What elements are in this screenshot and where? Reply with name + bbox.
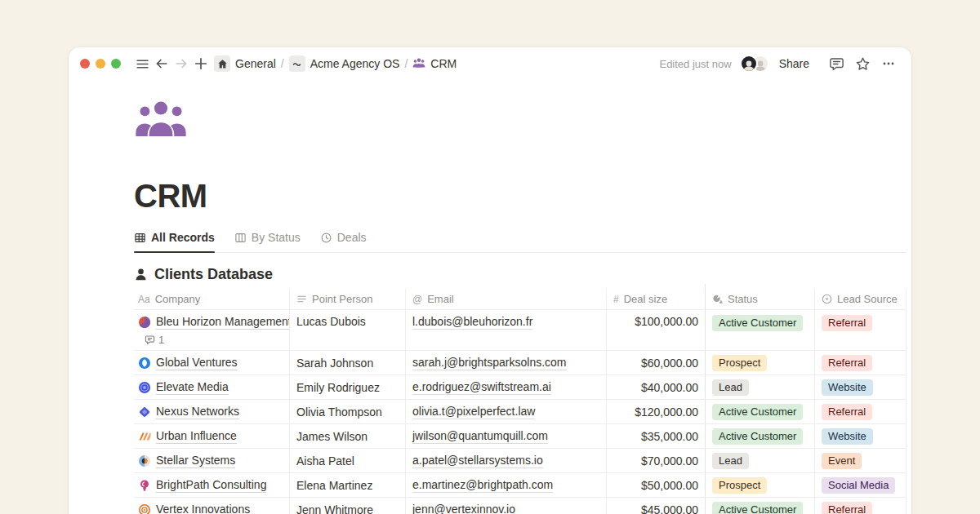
deal-size-cell[interactable]: $120,000.00: [607, 400, 705, 423]
home-icon[interactable]: [214, 55, 230, 72]
status-badge[interactable]: Lead: [712, 453, 749, 469]
tab-deals[interactable]: Deals: [320, 231, 367, 244]
email-value[interactable]: jenn@vertexinnov.io: [412, 503, 515, 514]
company-name[interactable]: Bleu Horizon Management: [156, 315, 290, 330]
status-badge[interactable]: Active Customer: [712, 404, 803, 420]
minimize-window-button[interactable]: [96, 59, 105, 69]
company-cell[interactable]: Vertex Innovations: [134, 498, 290, 514]
comment-count-row[interactable]: 1: [145, 334, 283, 346]
column-header-email[interactable]: @ Email: [406, 289, 607, 309]
point-person-cell[interactable]: Olivia Thompson: [290, 400, 406, 423]
status-badge[interactable]: Active Customer: [712, 428, 803, 445]
status-badge[interactable]: Active Customer: [712, 502, 803, 514]
email-value[interactable]: e.martinez@brightpath.com: [412, 478, 553, 493]
workspace-icon[interactable]: [289, 55, 305, 72]
deal-size-cell[interactable]: $35,000.00: [607, 424, 705, 448]
status-cell[interactable]: Lead: [705, 375, 815, 399]
lead-source-cell[interactable]: Event: [815, 449, 906, 472]
email-cell[interactable]: sarah.j@brightsparksolns.com: [406, 351, 607, 374]
company-cell[interactable]: Urban Influence: [134, 424, 290, 448]
status-cell[interactable]: Prospect: [705, 473, 815, 497]
comments-icon[interactable]: [826, 53, 847, 74]
tab-by-status[interactable]: By Status: [234, 231, 301, 244]
table-row[interactable]: Global Ventures Sarah Johnson sarah.j@br…: [134, 351, 906, 375]
company-name[interactable]: Vertex Innovations: [156, 503, 250, 514]
point-person-cell[interactable]: James Wilson: [290, 424, 406, 448]
table-row[interactable]: Vertex Innovations Jenn Whitmore jenn@ve…: [134, 498, 906, 514]
page-icon-people-group[interactable]: [134, 100, 906, 136]
status-cell[interactable]: Lead: [705, 449, 815, 472]
company-name[interactable]: Urban Influence: [156, 429, 237, 444]
point-person-cell[interactable]: Sarah Johnson: [290, 351, 406, 374]
deal-size-cell[interactable]: $50,000.00: [607, 473, 705, 497]
table-row[interactable]: Bleu Horizon Management 1 Lucas Dubois l…: [134, 310, 906, 351]
company-cell[interactable]: Elevate Media: [134, 375, 290, 399]
company-name[interactable]: Stellar Systems: [156, 454, 235, 468]
status-badge[interactable]: Active Customer: [712, 315, 803, 331]
email-value[interactable]: sarah.j@brightsparksolns.com: [412, 356, 567, 370]
lead-source-badge[interactable]: Website: [822, 428, 873, 445]
point-person-cell[interactable]: Lucas Dubois: [290, 310, 406, 350]
email-cell[interactable]: jwilson@quantumquill.com: [406, 424, 607, 448]
breadcrumb-home[interactable]: General: [235, 57, 276, 70]
table-row[interactable]: Elevate Media Emily Rodriguez e.rodrigue…: [134, 375, 906, 400]
point-person-cell[interactable]: Aisha Patel: [290, 449, 406, 472]
favorite-star-icon[interactable]: [852, 53, 873, 74]
email-cell[interactable]: l.dubois@bleuhorizon.fr: [406, 310, 607, 350]
deal-size-cell[interactable]: $45,000.00: [607, 498, 705, 514]
lead-source-badge[interactable]: Social Media: [822, 477, 895, 494]
forward-arrow-icon[interactable]: [172, 54, 191, 73]
lead-source-cell[interactable]: Social Media: [815, 473, 906, 497]
status-badge[interactable]: Prospect: [712, 355, 767, 371]
lead-source-cell[interactable]: Referral: [815, 400, 906, 423]
collaborator-avatars[interactable]: [740, 55, 769, 73]
company-name[interactable]: Elevate Media: [156, 380, 229, 395]
lead-source-cell[interactable]: Website: [815, 424, 906, 448]
status-cell[interactable]: Active Customer: [705, 310, 815, 350]
company-cell[interactable]: Nexus Networks: [134, 400, 290, 423]
table-row[interactable]: Stellar Systems Aisha Patel a.patel@stel…: [134, 449, 906, 473]
deal-size-cell[interactable]: $100,000.00: [607, 310, 705, 350]
company-cell[interactable]: Global Ventures: [134, 351, 290, 374]
company-name[interactable]: BrightPath Consulting: [156, 478, 266, 493]
company-cell[interactable]: BrightPath Consulting: [134, 473, 290, 497]
email-cell[interactable]: olivia.t@pixelperfect.law: [406, 400, 607, 423]
lead-source-cell[interactable]: Referral: [815, 351, 906, 374]
column-header-point-person[interactable]: Point Person: [290, 289, 406, 309]
lead-source-cell[interactable]: Referral: [815, 498, 906, 514]
deal-size-cell[interactable]: $40,000.00: [607, 375, 705, 399]
lead-source-badge[interactable]: Referral: [822, 355, 872, 371]
lead-source-badge[interactable]: Event: [822, 453, 862, 469]
column-header-lead-source[interactable]: Lead Source: [815, 289, 906, 309]
email-value[interactable]: olivia.t@pixelperfect.law: [412, 405, 535, 419]
point-person-cell[interactable]: Emily Rodriguez: [290, 375, 406, 399]
status-cell[interactable]: Active Customer: [705, 424, 815, 448]
status-badge[interactable]: Prospect: [712, 477, 767, 494]
share-button[interactable]: Share: [779, 57, 809, 70]
email-value[interactable]: e.rodriguez@swiftstream.ai: [412, 380, 551, 395]
lead-source-badge[interactable]: Referral: [822, 404, 872, 420]
sidebar-toggle-icon[interactable]: [132, 54, 152, 73]
point-person-cell[interactable]: Elena Martinez: [290, 473, 406, 497]
table-row[interactable]: Urban Influence James Wilson jwilson@qua…: [134, 424, 906, 449]
status-cell[interactable]: Active Customer: [705, 400, 815, 423]
lead-source-badge[interactable]: Referral: [822, 502, 872, 514]
deal-size-cell[interactable]: $70,000.00: [607, 449, 705, 472]
point-person-cell[interactable]: Jenn Whitmore: [290, 498, 406, 514]
back-arrow-icon[interactable]: [152, 54, 172, 73]
company-name[interactable]: Nexus Networks: [156, 405, 239, 419]
breadcrumb-page[interactable]: CRM: [430, 57, 457, 70]
company-cell[interactable]: Stellar Systems: [134, 449, 290, 472]
company-name[interactable]: Global Ventures: [156, 356, 238, 370]
lead-source-cell[interactable]: Referral: [815, 310, 906, 350]
email-value[interactable]: l.dubois@bleuhorizon.fr: [412, 315, 532, 330]
new-page-icon[interactable]: [191, 54, 211, 73]
column-header-status[interactable]: Status: [705, 289, 815, 309]
deal-size-cell[interactable]: $60,000.00: [607, 351, 705, 374]
close-window-button[interactable]: [80, 59, 90, 69]
tab-all-records[interactable]: All Records: [134, 231, 215, 244]
email-value[interactable]: jwilson@quantumquill.com: [412, 429, 548, 444]
lead-source-badge[interactable]: Referral: [822, 315, 872, 331]
status-cell[interactable]: Active Customer: [705, 498, 815, 514]
table-row[interactable]: Nexus Networks Olivia Thompson olivia.t@…: [134, 400, 906, 424]
